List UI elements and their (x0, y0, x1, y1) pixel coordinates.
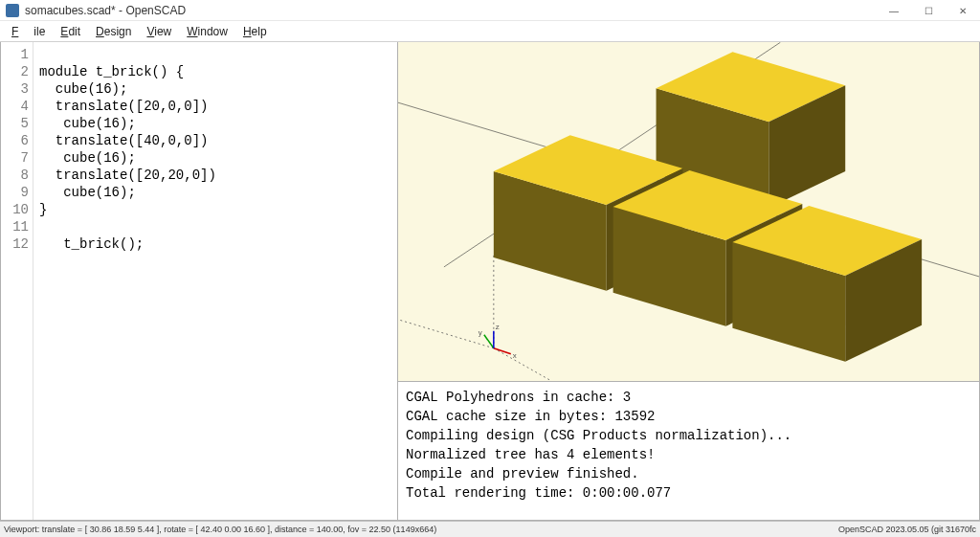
title-bar: somacubes.scad* - OpenSCAD — ☐ ✕ (0, 0, 980, 21)
line-number: 2 (1, 63, 29, 80)
menu-bar: File Edit Design View Window Help (0, 21, 980, 42)
cube-front-3 (732, 206, 922, 362)
3d-scene: x y z (398, 42, 979, 381)
line-number: 8 (1, 167, 29, 184)
maximize-button[interactable]: ☐ (911, 0, 946, 21)
line-number: 5 (1, 115, 29, 132)
status-right: OpenSCAD 2023.05.05 (git 31670fc (838, 525, 976, 534)
menu-edit[interactable]: Edit (53, 25, 88, 38)
console-line: Total rendering time: 0:00:00.077 (406, 485, 671, 501)
window-controls: — ☐ ✕ (877, 0, 980, 21)
console-line: CGAL cache size in bytes: 13592 (406, 409, 655, 424)
code-line: translate([40,0,0]) (39, 133, 208, 148)
console-output[interactable]: CGAL Polyhedrons in cache: 3 CGAL cache … (398, 381, 979, 521)
menu-window[interactable]: Window (179, 25, 235, 38)
svg-line-6 (484, 335, 494, 348)
code-line: cube(16); (39, 116, 136, 131)
axis-z-label: z (496, 323, 500, 331)
line-number: 6 (1, 132, 29, 149)
code-area[interactable]: module t_brick() { cube(16); translate([… (33, 42, 397, 520)
window-title: somacubes.scad* - OpenSCAD (25, 4, 186, 17)
code-editor[interactable]: 1 2 3 4 5 6 7 8 9 10 11 12 module t_bric… (0, 42, 398, 521)
code-line: cube(16); (39, 150, 136, 166)
menu-file[interactable]: File (4, 25, 53, 38)
code-line: } (39, 202, 47, 217)
work-area: 1 2 3 4 5 6 7 8 9 10 11 12 module t_bric… (0, 42, 980, 521)
code-line: cube(16); (39, 185, 136, 200)
line-number: 10 (1, 201, 29, 218)
status-left: Viewport: translate = [ 30.86 18.59 5.44… (4, 525, 436, 534)
line-number: 7 (1, 149, 29, 167)
axis-x-label: x (513, 351, 517, 360)
console-line: Normalized tree has 4 elements! (406, 447, 655, 462)
line-number: 1 (1, 46, 29, 63)
menu-help[interactable]: Help (235, 25, 275, 38)
minimize-button[interactable]: — (877, 0, 911, 21)
line-number: 12 (1, 235, 29, 253)
line-number: 11 (1, 218, 29, 235)
line-number-gutter: 1 2 3 4 5 6 7 8 9 10 11 12 (1, 42, 33, 520)
viewport-background: x y z (398, 42, 979, 381)
status-bar: Viewport: translate = [ 30.86 18.59 5.44… (0, 521, 980, 537)
code-line: t_brick(); (39, 236, 144, 252)
right-pane: x y z (398, 42, 980, 521)
code-line: translate([20,20,0]) (39, 168, 216, 183)
line-number: 9 (1, 184, 29, 201)
code-line: translate([20,0,0]) (39, 99, 208, 114)
svg-line-3 (494, 348, 551, 381)
code-line: module t_brick() { (39, 64, 184, 79)
line-number: 4 (1, 98, 29, 115)
axis-y-label: y (479, 328, 482, 337)
line-number: 3 (1, 80, 29, 98)
console-line: Compiling design (CSG Products normaliza… (406, 428, 791, 443)
menu-design[interactable]: Design (88, 25, 139, 38)
console-line: Compile and preview finished. (406, 466, 639, 481)
menu-view[interactable]: View (139, 25, 179, 38)
3d-viewport[interactable]: x y z (398, 42, 979, 381)
app-icon (6, 4, 19, 17)
code-line: cube(16); (39, 81, 127, 97)
console-line: CGAL Polyhedrons in cache: 3 (406, 390, 631, 405)
close-button[interactable]: ✕ (946, 0, 980, 21)
